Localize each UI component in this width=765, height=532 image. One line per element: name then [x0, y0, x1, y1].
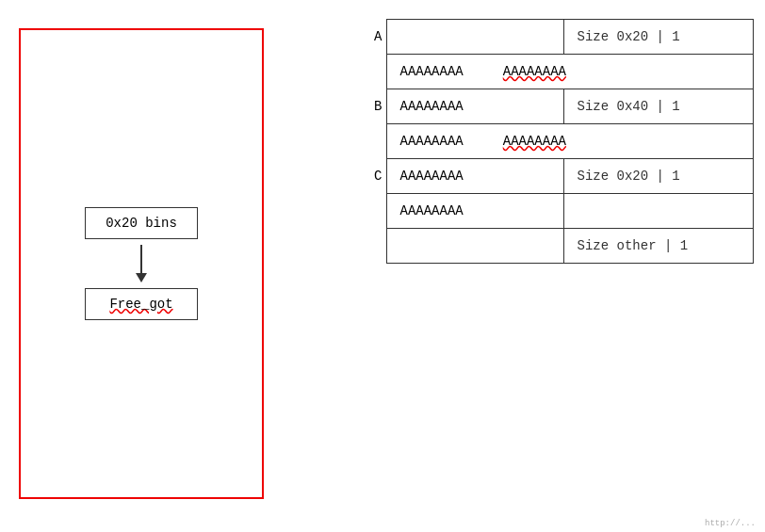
cell-a-span: AAAAAAAA AAAAAAAA [386, 55, 754, 89]
left-panel: 0x20 bins Free_got [19, 28, 264, 499]
right-panel: A Size 0x20 | 1 AAAAAAAA AAAAAAAA B [358, 19, 754, 264]
cell-a-col1 [386, 20, 563, 55]
watermark: http://... [705, 519, 756, 528]
bins-box: 0x20 bins [85, 207, 198, 239]
cell-a-size: Size 0x20 | 1 [563, 20, 753, 55]
row-label-b: B [358, 89, 386, 124]
cell-b-size: Size 0x40 | 1 [563, 89, 753, 124]
row-label-a: A [358, 20, 386, 55]
arrow-down [136, 245, 147, 282]
cell-c-size: Size 0x20 | 1 [563, 159, 753, 194]
table-row: Size other | 1 [358, 229, 754, 264]
aaaa-4: AAAAAAAA [503, 134, 566, 149]
table-row: AAAAAAAA AAAAAAAA [358, 124, 754, 159]
cell-other-size: Size other | 1 [563, 229, 753, 264]
table-row: A Size 0x20 | 1 [358, 20, 754, 55]
cell-c-col2b [563, 194, 753, 229]
arrow-line [140, 245, 142, 273]
cell-c-col1b: AAAAAAAA [386, 194, 563, 229]
aaaa-1: AAAAAAAA [400, 64, 464, 79]
free-got-label: Free_got [109, 297, 172, 312]
table-row: AAAAAAAA [358, 194, 754, 229]
cell-other-col1 [386, 229, 563, 264]
row-label-empty2 [358, 124, 386, 159]
cell-b-col1: AAAAAAAA [386, 89, 563, 124]
row-label-empty3 [358, 194, 386, 229]
data-table: A Size 0x20 | 1 AAAAAAAA AAAAAAAA B [358, 19, 754, 264]
aaaa-3: AAAAAAAA [400, 134, 464, 149]
table-row: C AAAAAAAA Size 0x20 | 1 [358, 159, 754, 194]
arrow-head [136, 273, 147, 282]
row-label-c: C [358, 159, 386, 194]
cell-c-col1: AAAAAAAA [386, 159, 563, 194]
row-label-empty4 [358, 229, 386, 264]
table-row: B AAAAAAAA Size 0x40 | 1 [358, 89, 754, 124]
free-got-box: Free_got [85, 288, 198, 320]
aaaa-2: AAAAAAAA [503, 64, 566, 79]
row-label-empty [358, 55, 386, 89]
bins-label: 0x20 bins [106, 216, 177, 231]
cell-b-span: AAAAAAAA AAAAAAAA [386, 124, 754, 159]
table-row: AAAAAAAA AAAAAAAA [358, 55, 754, 89]
